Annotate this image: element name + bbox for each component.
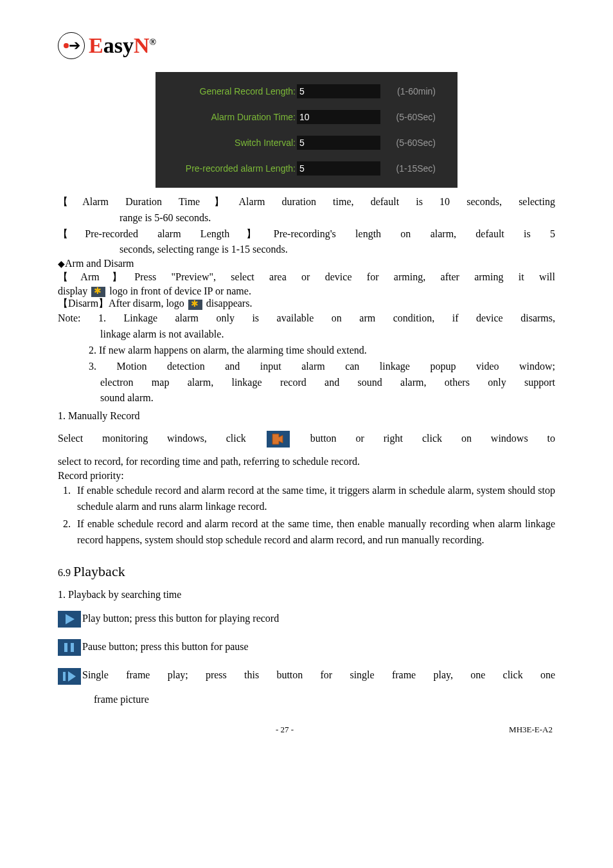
brand-logo: ➔ EasyN® xyxy=(58,32,555,59)
paragraph: range is 5-60 seconds. xyxy=(58,210,555,226)
note-item: sound alarm. xyxy=(58,390,555,406)
paragraph: 【Pre-recorded alarm Length】Pre-recording… xyxy=(58,226,555,242)
pre-recorded-alarm-length-row: Pre-recorded alarm Length: (1-15Sec) xyxy=(162,156,451,181)
record-button-icon xyxy=(267,431,290,448)
single-frame-icon xyxy=(58,668,81,685)
paragraph: Play button; press this button for playi… xyxy=(58,611,555,628)
paragraph: select to record, for recording time and… xyxy=(58,454,555,470)
paragraph: frame picture xyxy=(58,694,555,705)
note-item: 3. Motion detection and input alarm can … xyxy=(58,359,555,375)
play-icon xyxy=(58,611,81,628)
paragraph: Pause button; press this button for paus… xyxy=(58,639,555,656)
alarm-duration-row: Alarm Duration Time: (5-60Sec) xyxy=(162,104,451,130)
pause-icon xyxy=(58,639,81,656)
paragraph: seconds, selecting range is 1-15 seconds… xyxy=(58,242,555,258)
priority-list: If enable schedule record and alarm reco… xyxy=(58,483,555,548)
field-range: (1-60min) xyxy=(384,86,436,96)
list-item: If enable schedule record and alarm reco… xyxy=(73,483,555,515)
field-label: General Record Length: xyxy=(162,86,297,96)
switch-interval-row: Switch Interval: (5-60Sec) xyxy=(162,130,451,156)
note-item: linkage alarm is not available. xyxy=(58,327,555,343)
note-item: Note: 1. Linkage alarm only is available… xyxy=(58,311,555,327)
subheading: 1. Manually Record xyxy=(58,410,555,422)
list-item: If enable schedule record and alarm reco… xyxy=(73,516,555,548)
diamond-icon: ◆ xyxy=(58,259,65,269)
general-record-length-input[interactable] xyxy=(297,84,380,98)
field-label: Alarm Duration Time: xyxy=(162,112,297,122)
page-footer: - 27 - MH3E-E-A2 xyxy=(58,725,555,735)
armed-status-icon xyxy=(188,300,202,310)
record-settings-panel: General Record Length: (1-60min) Alarm D… xyxy=(155,72,458,188)
paragraph: Select monitoring windows, click button … xyxy=(58,431,555,448)
paragraph: Record priority: xyxy=(58,470,555,482)
section-heading: 6.9 Playback xyxy=(58,563,555,580)
logo-mark-icon: ➔ xyxy=(58,32,85,59)
pre-recorded-alarm-length-input[interactable] xyxy=(297,161,380,176)
subheading: 1. Playback by searching time xyxy=(58,589,555,601)
paragraph: Single frame play; press this button for… xyxy=(58,667,555,684)
general-record-length-row: General Record Length: (1-60min) xyxy=(162,78,451,104)
field-range: (5-60Sec) xyxy=(384,112,436,122)
paragraph: 【Alarm Duration Time】Alarm duration time… xyxy=(58,194,555,210)
note-item: 2. If new alarm happens on alarm, the al… xyxy=(58,343,555,359)
doc-id: MH3E-E-A2 xyxy=(509,725,553,735)
paragraph: 【Disarm】After disarm, logo disappears. xyxy=(58,297,555,311)
logo-text: EasyN® xyxy=(89,33,156,58)
field-range: (1-15Sec) xyxy=(384,163,436,174)
switch-interval-input[interactable] xyxy=(297,136,380,150)
paragraph: 【Arm】Press "Preview", select area or dev… xyxy=(58,269,555,285)
paragraph: display logo in front of device IP or na… xyxy=(58,285,555,297)
armed-status-icon xyxy=(91,287,105,297)
field-label: Pre-recorded alarm Length: xyxy=(162,163,297,174)
subheading: ◆Arm and Disarm xyxy=(58,258,555,269)
field-range: (5-60Sec) xyxy=(384,138,436,148)
note-item: electron map alarm, linkage record and s… xyxy=(58,375,555,391)
field-label: Switch Interval: xyxy=(162,138,297,148)
alarm-duration-input[interactable] xyxy=(297,110,380,124)
page-number: - 27 - xyxy=(60,725,509,735)
